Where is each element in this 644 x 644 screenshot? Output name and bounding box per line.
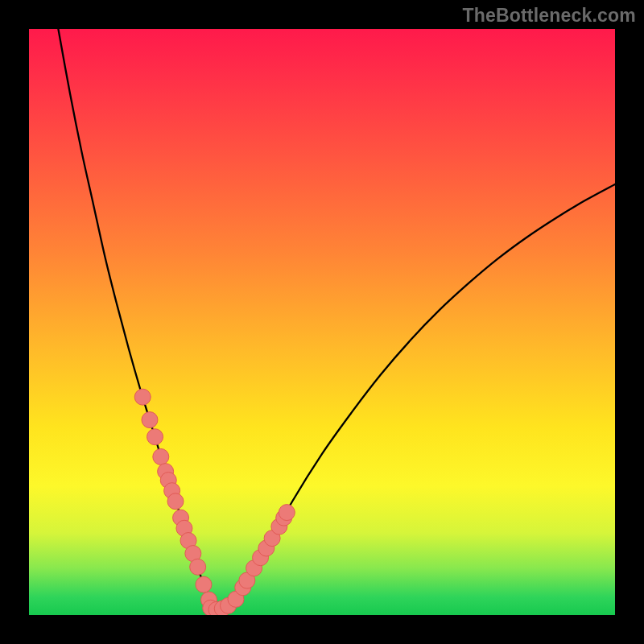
curve-marker (147, 429, 163, 445)
curve-marker (142, 412, 158, 428)
curve-marker (134, 389, 151, 405)
bottleneck-curve (58, 29, 615, 611)
chart-svg (29, 29, 615, 615)
curve-marker (167, 493, 184, 510)
curve-marker (153, 448, 169, 464)
curve-markers (134, 389, 295, 615)
chart-frame (29, 29, 615, 615)
curve-marker (196, 576, 212, 592)
watermark-text: TheBottleneck.com (462, 5, 636, 27)
curve-marker (279, 505, 295, 521)
curve-marker (190, 559, 206, 575)
